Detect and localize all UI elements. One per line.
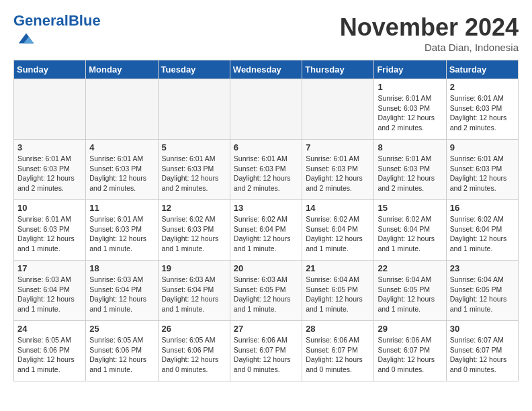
day-info: Sunrise: 6:02 AM Sunset: 6:04 PM Dayligh… (450, 214, 515, 254)
calendar-table: SundayMondayTuesdayWednesdayThursdayFrid… (13, 60, 519, 381)
day-info: Sunrise: 6:02 AM Sunset: 6:04 PM Dayligh… (306, 214, 370, 254)
calendar-cell: 27Sunrise: 6:06 AM Sunset: 6:07 PM Dayli… (230, 321, 302, 381)
day-info: Sunrise: 6:05 AM Sunset: 6:06 PM Dayligh… (162, 335, 226, 375)
calendar-week-1: 1Sunrise: 6:01 AM Sunset: 6:03 PM Daylig… (14, 79, 519, 140)
month-title: November 2024 (340, 13, 519, 42)
day-info: Sunrise: 6:01 AM Sunset: 6:03 PM Dayligh… (89, 154, 154, 193)
day-number: 5 (162, 142, 226, 152)
day-number: 21 (306, 263, 370, 273)
day-number: 10 (17, 203, 82, 213)
day-number: 20 (234, 263, 298, 273)
day-info: Sunrise: 6:04 AM Sunset: 6:05 PM Dayligh… (450, 275, 515, 314)
day-info: Sunrise: 6:07 AM Sunset: 6:07 PM Dayligh… (450, 335, 515, 375)
day-number: 23 (450, 263, 515, 273)
calendar-cell: 9Sunrise: 6:01 AM Sunset: 6:03 PM Daylig… (446, 140, 518, 200)
day-number: 24 (17, 324, 82, 334)
weekday-header-wednesday: Wednesday (230, 60, 302, 79)
day-info: Sunrise: 6:04 AM Sunset: 6:05 PM Dayligh… (306, 275, 370, 314)
day-info: Sunrise: 6:02 AM Sunset: 6:03 PM Dayligh… (162, 214, 226, 254)
calendar-cell: 3Sunrise: 6:01 AM Sunset: 6:03 PM Daylig… (14, 140, 86, 200)
logo-text: GeneralBlue (13, 13, 101, 28)
calendar-cell: 17Sunrise: 6:03 AM Sunset: 6:04 PM Dayli… (14, 261, 86, 321)
day-number: 27 (234, 324, 298, 334)
calendar-cell: 1Sunrise: 6:01 AM Sunset: 6:03 PM Daylig… (374, 79, 446, 140)
day-info: Sunrise: 6:01 AM Sunset: 6:03 PM Dayligh… (378, 93, 442, 133)
day-number: 8 (378, 142, 442, 152)
calendar-cell: 29Sunrise: 6:06 AM Sunset: 6:07 PM Dayli… (374, 321, 446, 381)
day-number: 7 (306, 142, 370, 152)
calendar-cell: 11Sunrise: 6:01 AM Sunset: 6:03 PM Dayli… (86, 200, 158, 261)
day-info: Sunrise: 6:01 AM Sunset: 6:03 PM Dayligh… (450, 93, 515, 133)
calendar-cell (230, 79, 302, 140)
day-info: Sunrise: 6:03 AM Sunset: 6:04 PM Dayligh… (17, 275, 82, 314)
calendar-cell: 20Sunrise: 6:03 AM Sunset: 6:05 PM Dayli… (230, 261, 302, 321)
day-number: 29 (378, 324, 442, 334)
calendar-week-5: 24Sunrise: 6:05 AM Sunset: 6:06 PM Dayli… (14, 321, 519, 381)
day-info: Sunrise: 6:03 AM Sunset: 6:04 PM Dayligh… (162, 275, 226, 314)
day-number: 16 (450, 203, 515, 213)
day-number: 6 (234, 142, 298, 152)
calendar-cell: 22Sunrise: 6:04 AM Sunset: 6:05 PM Dayli… (374, 261, 446, 321)
day-info: Sunrise: 6:02 AM Sunset: 6:04 PM Dayligh… (234, 214, 298, 254)
day-number: 25 (89, 324, 154, 334)
calendar-cell: 4Sunrise: 6:01 AM Sunset: 6:03 PM Daylig… (86, 140, 158, 200)
weekday-header-friday: Friday (374, 60, 446, 79)
calendar-cell: 18Sunrise: 6:03 AM Sunset: 6:04 PM Dayli… (86, 261, 158, 321)
location: Data Dian, Indonesia (340, 42, 519, 53)
calendar-cell: 30Sunrise: 6:07 AM Sunset: 6:07 PM Dayli… (446, 321, 518, 381)
calendar-cell: 13Sunrise: 6:02 AM Sunset: 6:04 PM Dayli… (230, 200, 302, 261)
day-number: 11 (89, 203, 154, 213)
day-number: 26 (162, 324, 226, 334)
weekday-header-thursday: Thursday (302, 60, 374, 79)
weekday-header-sunday: Sunday (14, 60, 86, 79)
day-info: Sunrise: 6:01 AM Sunset: 6:03 PM Dayligh… (450, 154, 515, 193)
title-block: November 2024 Data Dian, Indonesia (340, 13, 519, 53)
day-info: Sunrise: 6:06 AM Sunset: 6:07 PM Dayligh… (378, 335, 442, 375)
calendar-cell: 24Sunrise: 6:05 AM Sunset: 6:06 PM Dayli… (14, 321, 86, 381)
calendar-cell (302, 79, 374, 140)
weekday-header-row: SundayMondayTuesdayWednesdayThursdayFrid… (14, 60, 519, 79)
weekday-header-tuesday: Tuesday (158, 60, 230, 79)
calendar-cell (86, 79, 158, 140)
weekday-header-monday: Monday (86, 60, 158, 79)
day-info: Sunrise: 6:02 AM Sunset: 6:04 PM Dayligh… (378, 214, 442, 254)
day-info: Sunrise: 6:03 AM Sunset: 6:05 PM Dayligh… (234, 275, 298, 314)
day-number: 12 (162, 203, 226, 213)
calendar-week-2: 3Sunrise: 6:01 AM Sunset: 6:03 PM Daylig… (14, 140, 519, 200)
page-header: GeneralBlue November 2024 Data Dian, Ind… (13, 13, 519, 53)
day-info: Sunrise: 6:04 AM Sunset: 6:05 PM Dayligh… (378, 275, 442, 314)
calendar-cell: 25Sunrise: 6:05 AM Sunset: 6:06 PM Dayli… (86, 321, 158, 381)
calendar-cell: 10Sunrise: 6:01 AM Sunset: 6:03 PM Dayli… (14, 200, 86, 261)
day-info: Sunrise: 6:01 AM Sunset: 6:03 PM Dayligh… (17, 154, 82, 193)
day-info: Sunrise: 6:01 AM Sunset: 6:03 PM Dayligh… (234, 154, 298, 193)
day-info: Sunrise: 6:01 AM Sunset: 6:03 PM Dayligh… (162, 154, 226, 193)
day-info: Sunrise: 6:01 AM Sunset: 6:03 PM Dayligh… (378, 154, 442, 193)
calendar-cell: 16Sunrise: 6:02 AM Sunset: 6:04 PM Dayli… (446, 200, 518, 261)
calendar-cell: 15Sunrise: 6:02 AM Sunset: 6:04 PM Dayli… (374, 200, 446, 261)
logo-general: General (13, 12, 69, 29)
calendar-cell: 19Sunrise: 6:03 AM Sunset: 6:04 PM Dayli… (158, 261, 230, 321)
calendar-cell: 7Sunrise: 6:01 AM Sunset: 6:03 PM Daylig… (302, 140, 374, 200)
day-number: 18 (89, 263, 154, 273)
calendar-cell: 6Sunrise: 6:01 AM Sunset: 6:03 PM Daylig… (230, 140, 302, 200)
calendar-cell: 12Sunrise: 6:02 AM Sunset: 6:03 PM Dayli… (158, 200, 230, 261)
weekday-header-saturday: Saturday (446, 60, 518, 79)
calendar-cell: 28Sunrise: 6:06 AM Sunset: 6:07 PM Dayli… (302, 321, 374, 381)
day-number: 2 (450, 82, 515, 92)
calendar-cell: 23Sunrise: 6:04 AM Sunset: 6:05 PM Dayli… (446, 261, 518, 321)
calendar-cell: 2Sunrise: 6:01 AM Sunset: 6:03 PM Daylig… (446, 79, 518, 140)
day-info: Sunrise: 6:01 AM Sunset: 6:03 PM Dayligh… (306, 154, 370, 193)
day-number: 13 (234, 203, 298, 213)
day-info: Sunrise: 6:01 AM Sunset: 6:03 PM Dayligh… (89, 214, 154, 254)
calendar-cell: 5Sunrise: 6:01 AM Sunset: 6:03 PM Daylig… (158, 140, 230, 200)
day-info: Sunrise: 6:05 AM Sunset: 6:06 PM Dayligh… (89, 335, 154, 375)
day-info: Sunrise: 6:05 AM Sunset: 6:06 PM Dayligh… (17, 335, 82, 375)
day-number: 19 (162, 263, 226, 273)
day-number: 1 (378, 82, 442, 92)
day-info: Sunrise: 6:01 AM Sunset: 6:03 PM Dayligh… (17, 214, 82, 254)
day-number: 14 (306, 203, 370, 213)
calendar-cell: 26Sunrise: 6:05 AM Sunset: 6:06 PM Dayli… (158, 321, 230, 381)
day-number: 4 (89, 142, 154, 152)
calendar-cell: 21Sunrise: 6:04 AM Sunset: 6:05 PM Dayli… (302, 261, 374, 321)
day-number: 28 (306, 324, 370, 334)
